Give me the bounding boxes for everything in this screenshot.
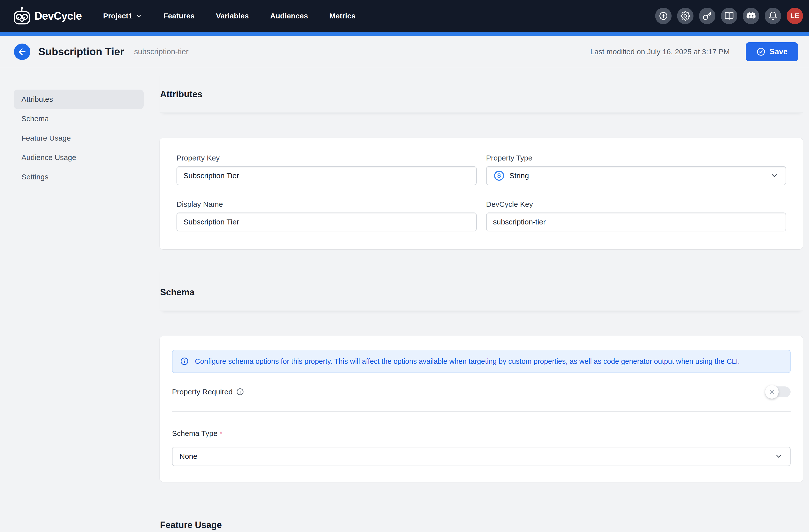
- x-icon: [769, 389, 775, 395]
- save-button-label: Save: [770, 47, 788, 56]
- brand-name: DevCycle: [34, 10, 82, 22]
- schema-type-label: Schema Type: [172, 429, 218, 438]
- save-button[interactable]: Save: [746, 42, 798, 61]
- chevron-down-icon: [770, 172, 779, 180]
- nav-actions: LE: [655, 8, 803, 24]
- attributes-card: Property Key Property Type S String: [159, 138, 803, 249]
- display-name-input[interactable]: [176, 213, 477, 231]
- create-button[interactable]: [655, 8, 672, 24]
- content-area: Attributes Schema Feature Usage Audience…: [0, 68, 809, 532]
- top-navbar: DevCycle Project1 Features Variables Aud…: [0, 0, 809, 32]
- property-type-value: String: [510, 172, 529, 180]
- nav-item-variables[interactable]: Variables: [216, 12, 249, 20]
- feature-usage-section-header: Feature Usage: [159, 497, 803, 532]
- schema-type-select[interactable]: None: [172, 447, 791, 466]
- api-keys-button[interactable]: [699, 8, 716, 24]
- property-key-label: Property Key: [176, 154, 477, 162]
- devcycle-key-input[interactable]: [486, 213, 786, 231]
- display-name-label: Display Name: [176, 200, 477, 209]
- property-key-field-group: Property Key: [176, 154, 477, 185]
- key-icon: [703, 11, 712, 21]
- sidebar-item-feature-usage[interactable]: Feature Usage: [14, 128, 144, 148]
- feature-usage-heading: Feature Usage: [160, 520, 803, 530]
- book-icon: [724, 11, 734, 21]
- property-type-field-group: Property Type S String: [486, 154, 786, 185]
- schema-type-value: None: [179, 452, 197, 461]
- section-sidebar: Attributes Schema Feature Usage Audience…: [0, 68, 144, 187]
- discord-icon: [746, 11, 756, 21]
- page-header: Subscription Tier subscription-tier Last…: [0, 36, 809, 68]
- nav-item-features[interactable]: Features: [163, 12, 195, 20]
- nav-menu: Project1 Features Variables Audiences Me…: [103, 12, 356, 20]
- settings-button[interactable]: [677, 8, 693, 24]
- sidebar-item-audience-usage[interactable]: Audience Usage: [14, 148, 144, 167]
- property-type-label: Property Type: [486, 154, 786, 162]
- string-type-icon: S: [494, 170, 504, 181]
- devcycle-app: DevCycle Project1 Features Variables Aud…: [0, 0, 809, 532]
- display-name-field-group: Display Name: [176, 200, 477, 231]
- page-title: Subscription Tier: [38, 46, 124, 58]
- sidebar-item-attributes[interactable]: Attributes: [14, 90, 144, 109]
- nav-item-metrics[interactable]: Metrics: [329, 12, 356, 20]
- user-avatar[interactable]: LE: [787, 8, 803, 24]
- property-required-label: Property Required: [172, 388, 233, 396]
- gear-icon: [681, 11, 690, 21]
- devcycle-key-label: DevCycle Key: [486, 200, 786, 209]
- schema-type-label-group: Schema Type *: [172, 429, 791, 438]
- property-required-row: Property Required: [172, 387, 791, 397]
- schema-banner-text: Configure schema options for this proper…: [195, 356, 740, 367]
- chevron-down-icon: [775, 452, 783, 461]
- last-modified-text: Last modified on July 16, 2025 at 3:17 P…: [590, 48, 729, 56]
- toggle-knob: [765, 385, 779, 398]
- page-key: subscription-tier: [134, 47, 189, 56]
- brand-home-link[interactable]: DevCycle: [13, 6, 82, 25]
- info-circle-icon: [180, 357, 189, 366]
- property-required-toggle[interactable]: [766, 387, 791, 397]
- chevron-down-icon: [136, 13, 142, 19]
- sidebar-item-schema[interactable]: Schema: [14, 109, 144, 128]
- devcycle-key-field-group: DevCycle Key: [486, 200, 786, 231]
- property-required-label-group: Property Required: [172, 388, 244, 396]
- attributes-section-header: Attributes: [159, 68, 803, 113]
- back-button[interactable]: [14, 43, 30, 60]
- divider: [172, 411, 791, 412]
- svg-text:S: S: [497, 173, 501, 179]
- schema-info-banner: Configure schema options for this proper…: [172, 350, 791, 373]
- sidebar-item-settings[interactable]: Settings: [14, 167, 144, 187]
- schema-section-header: Schema: [159, 264, 803, 311]
- required-marker: *: [220, 429, 223, 438]
- docs-button[interactable]: [721, 8, 737, 24]
- property-type-select[interactable]: S String: [486, 166, 786, 185]
- attributes-heading: Attributes: [160, 89, 803, 100]
- main-panel: Attributes Property Key Property Type S: [159, 68, 803, 532]
- arrow-left-icon: [17, 47, 27, 57]
- bell-icon: [768, 11, 778, 21]
- plus-circle-icon: [659, 11, 668, 21]
- project-name: Project1: [103, 12, 133, 20]
- devcycle-logo-icon: [13, 6, 31, 25]
- accent-bar: [0, 32, 809, 36]
- schema-card: Configure schema options for this proper…: [159, 336, 803, 482]
- nav-item-audiences[interactable]: Audiences: [270, 12, 308, 20]
- property-key-input[interactable]: [176, 166, 477, 185]
- discord-button[interactable]: [743, 8, 759, 24]
- header-actions: Last modified on July 16, 2025 at 3:17 P…: [590, 42, 798, 61]
- check-circle-icon: [756, 47, 766, 56]
- notifications-button[interactable]: [765, 8, 781, 24]
- schema-heading: Schema: [160, 287, 803, 298]
- project-switcher[interactable]: Project1: [103, 12, 142, 20]
- info-circle-icon: [236, 388, 244, 396]
